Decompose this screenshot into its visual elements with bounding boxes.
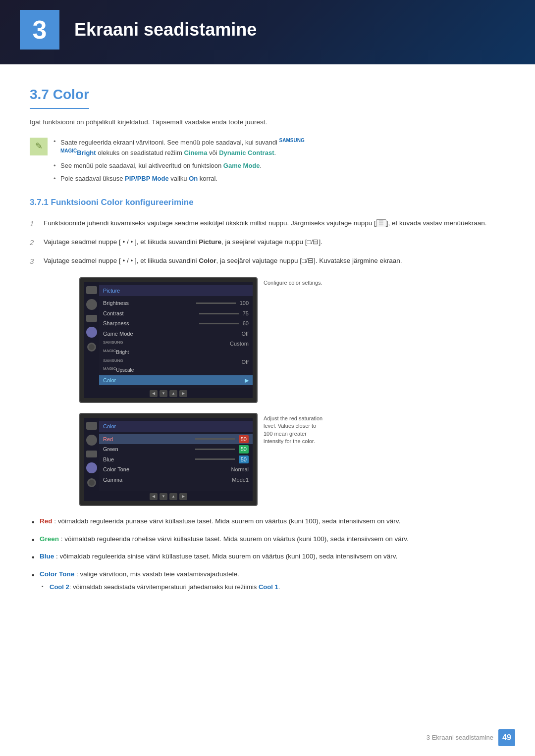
page-header: 3 Ekraani seadistamine (0, 0, 535, 64)
page-footer: 3 Ekraani seadistamine 49 (427, 729, 515, 746)
monitor1-row-color: Color ▶ (99, 375, 253, 386)
monitor2-sidebar (84, 418, 99, 491)
monitor1-icon3 (86, 315, 97, 322)
monitor2-icon3 (86, 451, 97, 457)
nav-down: ▼ (160, 390, 167, 397)
sub-desc-cool2: Cool 2: võimaldab seadistada värvitemper… (40, 582, 505, 593)
note-bullet-3: Pole saadaval üksuse PIP/PBP Mode valiku… (54, 174, 305, 184)
monitor1-wrapper: Picture Brightness 100 Contrast (79, 277, 505, 403)
note-bullet-1: Saate reguleerida ekraani värvitooni. Se… (54, 137, 305, 158)
nav2-up: ▲ (169, 493, 177, 500)
monitor2-icon1 (86, 422, 97, 430)
steps-list: 1 Funktsioonide juhendi kuvamiseks vajut… (30, 218, 505, 267)
monitor1-row-contrast: Contrast 75 (99, 308, 253, 319)
monitor1-sidebar (84, 282, 99, 388)
footer-text: 3 Ekraani seadistamine (427, 733, 493, 743)
monitor2-icon4 (86, 462, 97, 473)
section-heading: 3.7 Color (30, 84, 89, 109)
desc-red: Red : võimaldab reguleerida punase värvi… (30, 516, 505, 527)
monitor1-note: Configure color settings. (264, 277, 322, 287)
magic-bright-label: Bright (77, 150, 96, 157)
monitor2-row-green: Green 50 (99, 444, 253, 454)
monitor1-row-gamemode: Game Mode Off (99, 329, 253, 339)
monitor1-row-magicbright: SAMSUNGMAGICBright Custom (99, 339, 253, 357)
monitor2-row-red: Red 50 (99, 434, 253, 445)
monitor1-menu: Picture Brightness 100 Contrast (99, 282, 253, 388)
desc-list: Red : võimaldab reguleerida punase värvi… (30, 516, 505, 593)
monitor2-row-colortone: Color Tone Normal (99, 464, 253, 475)
step-1: 1 Funktsioonide juhendi kuvamiseks vajut… (30, 218, 505, 230)
note-bullets: Saate reguleerida ekraani värvitooni. Se… (54, 137, 305, 187)
monitor1-icon4 (86, 327, 97, 338)
page-title: Ekraani seadistamine (74, 16, 257, 43)
monitor2-row-gamma: Gamma Mode1 (99, 475, 253, 485)
monitor1-bottom: ◀ ▼ ▲ ▶ (84, 388, 253, 398)
desc-green: Green : võimaldab reguleerida rohelise v… (30, 534, 505, 545)
desc-blue: Blue : võimaldab reguleerida sinise värv… (30, 551, 505, 562)
intro-text: Igat funktsiooni on põhjalikult kirjelda… (30, 117, 505, 128)
nav-right: ▶ (179, 390, 187, 397)
subsection-heading: 3.7.1 Funktsiooni Color konfigureerimine (30, 196, 505, 209)
monitor2-wrapper: Color Red 50 Green 50 (79, 413, 505, 506)
monitor1-body: Picture Brightness 100 Contrast (79, 277, 258, 403)
monitor1-row-magicupscale: SAMSUNGMAGICUpscale Off (99, 357, 253, 375)
monitor1-icon1 (86, 286, 97, 294)
desc-colortone: Color Tone : valige värvitoon, mis vasta… (30, 569, 505, 593)
note-bullet-2: See menüü pole saadaval, kui aktiveeritu… (54, 161, 305, 171)
monitor2-icon2 (86, 435, 97, 446)
monitor2-body: Color Red 50 Green 50 (79, 413, 258, 506)
main-content: 3.7 Color Igat funktsiooni on põhjalikul… (0, 64, 535, 622)
monitor1-icon5 (87, 343, 96, 352)
monitor1-menu-header: Picture (99, 285, 253, 297)
note-icon (30, 138, 48, 155)
page-number: 49 (498, 729, 515, 746)
nav2-left: ◀ (150, 493, 158, 500)
note-box: Saate reguleerida ekraani värvitooni. Se… (30, 137, 505, 187)
monitor2-icon5 (87, 478, 96, 487)
monitor1-row-brightness: Brightness 100 (99, 298, 253, 308)
monitor2-menu: Color Red 50 Green 50 (99, 418, 253, 491)
nav2-down: ▼ (160, 493, 167, 500)
sub-desc-list: Cool 2: võimaldab seadistada värvitemper… (40, 582, 505, 593)
chapter-number: 3 (20, 10, 59, 50)
monitor2-menu-header: Color (99, 421, 253, 432)
step-3: 3 Vajutage seadmel nuppe [ • / • ], et l… (30, 255, 505, 267)
nav-left: ◀ (150, 390, 158, 397)
monitor2-note: Adjust the red saturation level. Values … (264, 413, 323, 446)
step-2: 2 Vajutage seadmel nuppe [ • / • ], et l… (30, 237, 505, 249)
nav2-right: ▶ (179, 493, 187, 500)
monitor2-row-blue: Blue 50 (99, 454, 253, 465)
monitor1-row-sharpness: Sharpness 60 (99, 318, 253, 329)
monitors-container: Picture Brightness 100 Contrast (79, 277, 505, 506)
nav-up: ▲ (169, 390, 177, 397)
monitor2-bottom: ◀ ▼ ▲ ▶ (84, 491, 253, 501)
monitor1-icon2 (86, 299, 97, 310)
